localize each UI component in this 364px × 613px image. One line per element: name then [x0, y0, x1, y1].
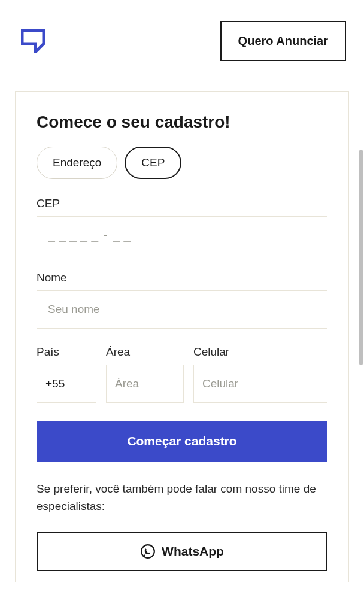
whatsapp-icon — [140, 544, 156, 559]
tab-cep[interactable]: CEP — [125, 147, 181, 179]
cell-col: Celular — [193, 345, 327, 403]
country-label: País — [37, 345, 96, 359]
country-col: País — [37, 345, 96, 403]
scrollbar[interactable] — [359, 150, 363, 365]
whatsapp-label: WhatsApp — [162, 544, 224, 559]
submit-button[interactable]: Começar cadastro — [37, 421, 327, 462]
cep-label: CEP — [37, 197, 327, 210]
area-label: Área — [106, 345, 184, 359]
tab-group: Endereço CEP — [37, 147, 327, 179]
tab-address[interactable]: Endereço — [37, 147, 117, 179]
logo-icon — [21, 29, 45, 53]
header: Quero Anunciar — [0, 0, 364, 73]
cell-input[interactable] — [193, 365, 327, 403]
cep-input[interactable] — [37, 216, 327, 254]
card-title: Comece o seu cadastro! — [37, 113, 327, 132]
area-input[interactable] — [106, 365, 184, 403]
phone-row: País Área Celular — [37, 345, 327, 403]
whatsapp-button[interactable]: WhatsApp — [37, 532, 327, 571]
help-text: Se preferir, você também pode falar com … — [37, 481, 327, 515]
name-input[interactable] — [37, 290, 327, 329]
name-label: Nome — [37, 271, 327, 284]
registration-card: Comece o seu cadastro! Endereço CEP CEP … — [15, 91, 349, 582]
area-col: Área — [106, 345, 184, 403]
cell-label: Celular — [193, 345, 327, 359]
country-input[interactable] — [37, 365, 96, 403]
announce-button[interactable]: Quero Anunciar — [220, 21, 346, 61]
